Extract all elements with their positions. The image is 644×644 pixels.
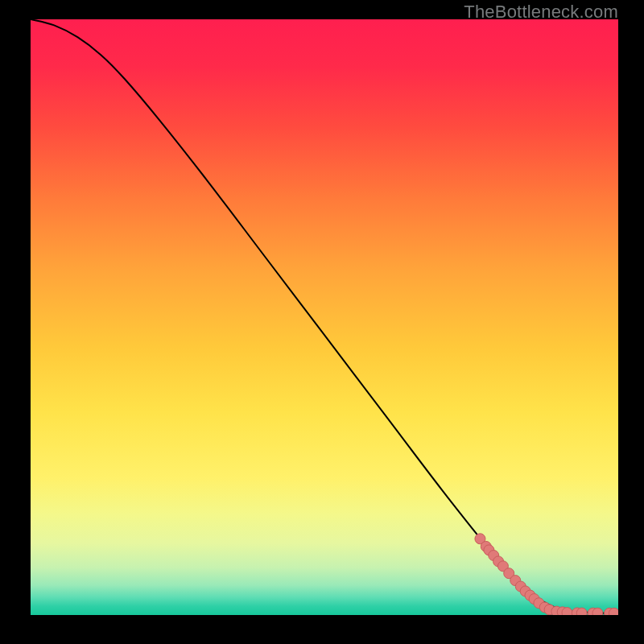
chart-frame: TheBottleneck.com xyxy=(0,0,644,644)
data-marker xyxy=(562,608,572,615)
data-markers xyxy=(475,534,618,615)
data-marker xyxy=(576,608,587,615)
plot-area xyxy=(31,19,618,615)
data-marker xyxy=(592,608,603,615)
bottleneck-curve xyxy=(31,19,618,613)
curve-layer xyxy=(31,19,618,615)
